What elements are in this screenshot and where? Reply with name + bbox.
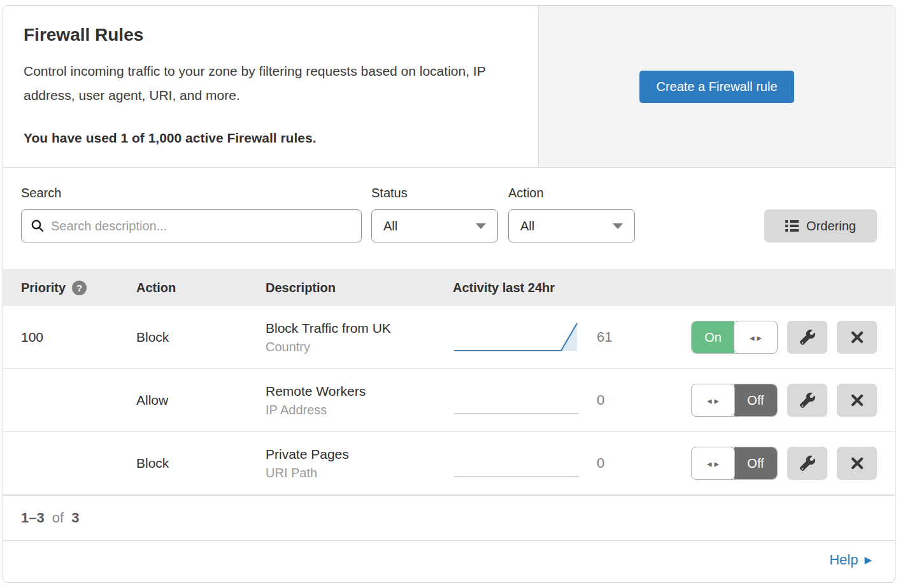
status-label: Status: [371, 186, 508, 200]
toggle-arrows-icon: ◂: [750, 333, 755, 342]
rule-action: Block: [136, 330, 266, 345]
table-row: Allow Remote Workers IP Address 0 Off ◂ …: [3, 369, 895, 432]
rule-filter-type: IP Address: [266, 403, 453, 417]
rule-description: Remote Workers: [266, 384, 453, 399]
table-row: Block Private Pages URI Path 0 Off ◂ ▸: [3, 432, 895, 495]
chevron-down-icon: [613, 223, 623, 229]
activity-sparkline: [453, 319, 580, 356]
status-select[interactable]: All: [371, 209, 498, 242]
wrench-icon: [800, 456, 815, 471]
header-text-block: Firewall Rules Control incoming traffic …: [3, 6, 539, 167]
arrow-right-icon: ▶: [864, 554, 872, 566]
rule-filter-type: Country: [266, 340, 453, 354]
page-description: Control incoming traffic to your zone by…: [24, 59, 511, 108]
rule-description-cell: Private Pages URI Path: [266, 447, 453, 480]
delete-rule-button[interactable]: [837, 384, 877, 417]
pagination-of: of: [48, 510, 68, 526]
list-ordering-icon: [785, 220, 799, 232]
search-input[interactable]: [51, 219, 352, 234]
search-group: Search: [21, 186, 371, 242]
activity-count: 0: [597, 455, 626, 472]
delete-rule-button[interactable]: [837, 447, 877, 480]
activity-sparkline: [453, 445, 580, 482]
close-icon: [850, 393, 864, 407]
activity-cell: 61 On ◂ ▸: [453, 306, 895, 368]
activity-count: 0: [597, 392, 626, 409]
rule-description: Block Traffic from UK: [266, 321, 453, 336]
action-group: Action All: [508, 186, 645, 242]
rule-enabled-toggle[interactable]: Off ◂ ▸: [691, 384, 778, 417]
rule-controls: On ◂ ▸: [691, 321, 877, 354]
pagination: 1–3 of 3: [3, 495, 895, 540]
edit-rule-button[interactable]: [787, 321, 827, 354]
column-activity: Activity last 24hr: [453, 281, 895, 295]
column-priority: Priority ?: [21, 281, 136, 295]
wrench-icon: [800, 393, 815, 408]
priority-help-icon[interactable]: ?: [72, 281, 87, 295]
toggle-handle[interactable]: ◂ ▸: [691, 447, 735, 480]
activity-cell: 0 Off ◂ ▸: [453, 369, 895, 431]
wrench-icon: [800, 330, 815, 345]
action-label: Action: [508, 186, 645, 200]
rule-action: Block: [136, 456, 266, 471]
rule-description-cell: Block Traffic from UK Country: [266, 321, 453, 354]
rule-controls: Off ◂ ▸: [691, 384, 877, 417]
rule-description: Private Pages: [266, 447, 453, 462]
firewall-rules-panel: Firewall Rules Control incoming traffic …: [3, 5, 895, 583]
table-row: 100 Block Block Traffic from UK Country …: [3, 306, 895, 369]
activity-sparkline: [453, 382, 580, 419]
toggle-arrows-icon: ◂: [707, 396, 712, 405]
toggle-state-label: On: [692, 321, 734, 353]
toggle-arrows-icon: ▸: [715, 459, 720, 468]
close-icon: [850, 456, 864, 470]
search-icon: [31, 219, 45, 233]
status-selected-value: All: [383, 219, 397, 234]
activity-cell: 0 Off ◂ ▸: [453, 432, 895, 494]
toggle-arrows-icon: ▸: [757, 333, 762, 342]
toggle-arrows-icon: ◂: [707, 459, 712, 468]
action-selected-value: All: [520, 219, 534, 234]
pagination-range: 1–3: [21, 510, 45, 526]
header-action-panel: Create a Firewall rule: [539, 6, 895, 167]
delete-rule-button[interactable]: [837, 321, 877, 354]
rule-filter-type: URI Path: [266, 466, 453, 480]
toggle-handle[interactable]: ◂ ▸: [691, 384, 735, 417]
toggle-arrows-icon: ▸: [715, 396, 720, 405]
action-select[interactable]: All: [508, 209, 635, 242]
column-action: Action: [136, 281, 266, 295]
header-section: Firewall Rules Control incoming traffic …: [3, 6, 895, 168]
edit-rule-button[interactable]: [787, 447, 827, 480]
help-link[interactable]: Help ▶: [829, 552, 872, 568]
search-label: Search: [21, 186, 371, 200]
rule-description-cell: Remote Workers IP Address: [266, 384, 453, 417]
table-header: Priority ? Action Description Activity l…: [3, 269, 895, 306]
create-firewall-rule-button[interactable]: Create a Firewall rule: [639, 71, 794, 103]
ordering-button[interactable]: Ordering: [764, 209, 877, 242]
rule-priority: 100: [21, 330, 136, 345]
usage-note: You have used 1 of 1,000 active Firewall…: [24, 130, 518, 146]
pagination-total: 3: [71, 510, 79, 526]
rule-action: Allow: [136, 393, 266, 408]
toggle-handle[interactable]: ◂ ▸: [734, 321, 778, 354]
chevron-down-icon: [476, 223, 486, 229]
help-label: Help: [829, 552, 858, 568]
status-group: Status All: [371, 186, 508, 242]
ordering-button-label: Ordering: [806, 219, 856, 234]
help-row: Help ▶: [3, 540, 895, 579]
filter-bar: Search Status All Action All: [3, 168, 895, 269]
rule-enabled-toggle[interactable]: Off ◂ ▸: [691, 447, 778, 480]
rule-controls: Off ◂ ▸: [691, 447, 877, 480]
toggle-state-label: Off: [734, 447, 777, 479]
rule-enabled-toggle[interactable]: On ◂ ▸: [691, 321, 778, 354]
column-description: Description: [266, 281, 453, 295]
toggle-state-label: Off: [734, 384, 777, 416]
edit-rule-button[interactable]: [787, 384, 827, 417]
search-box[interactable]: [21, 209, 362, 242]
page-title: Firewall Rules: [24, 25, 518, 45]
activity-count: 61: [597, 329, 626, 346]
close-icon: [850, 330, 864, 344]
